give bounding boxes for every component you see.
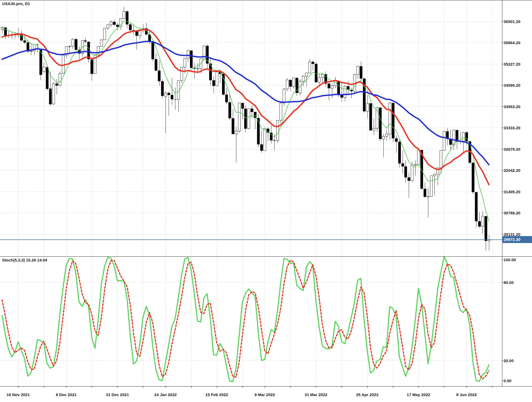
date-label: 9 Mar 2022 bbox=[255, 392, 275, 397]
chart-canvas[interactable] bbox=[0, 0, 532, 402]
stochastic-axis-label: 0.00 bbox=[504, 378, 511, 383]
price-axis-label: 35864.20 bbox=[504, 40, 521, 45]
date-label: 16 Nov 2021 bbox=[7, 392, 30, 397]
stochastic-axis-label: 20.00 bbox=[504, 358, 514, 363]
price-axis-label: 31405.20 bbox=[504, 189, 521, 194]
date-label: 15 Feb 2022 bbox=[205, 392, 228, 397]
stochastic-indicator-label: Stoch(5,3,3) 15.26 14.04 bbox=[2, 258, 47, 262]
chart-window: { "window": { "symbol_label": "USA30.pro… bbox=[0, 0, 532, 402]
price-axis-label: 32042.20 bbox=[504, 168, 521, 173]
stochastic-axis-label: 80.00 bbox=[504, 280, 514, 285]
price-axis-label: 33316.20 bbox=[504, 126, 521, 130]
date-label: 8 Jun 2022 bbox=[456, 392, 477, 397]
price-axis-label: 30768.20 bbox=[504, 211, 521, 215]
date-label: 8 Dec 2021 bbox=[56, 392, 77, 397]
current-price-tag: 29972.30 bbox=[502, 236, 532, 243]
stochastic-axis-label: 100.00 bbox=[504, 257, 516, 262]
price-axis-label: 36501.20 bbox=[504, 19, 521, 24]
date-label: 31 Mar 2022 bbox=[304, 392, 327, 397]
price-axis-label: 34590.20 bbox=[504, 83, 521, 88]
price-axis-label: 32679.20 bbox=[504, 147, 521, 151]
date-label: 25 Apr 2022 bbox=[356, 392, 379, 397]
symbol-timeframe-label: USA30.pro, D1 bbox=[2, 1, 30, 6]
price-axis-label: 35227.20 bbox=[504, 62, 521, 66]
date-label: 17 May 2022 bbox=[407, 392, 430, 397]
date-label: 24 Jan 2022 bbox=[154, 392, 177, 397]
price-axis-label: 33953.20 bbox=[504, 104, 521, 109]
date-label: 31 Dec 2021 bbox=[106, 392, 129, 397]
